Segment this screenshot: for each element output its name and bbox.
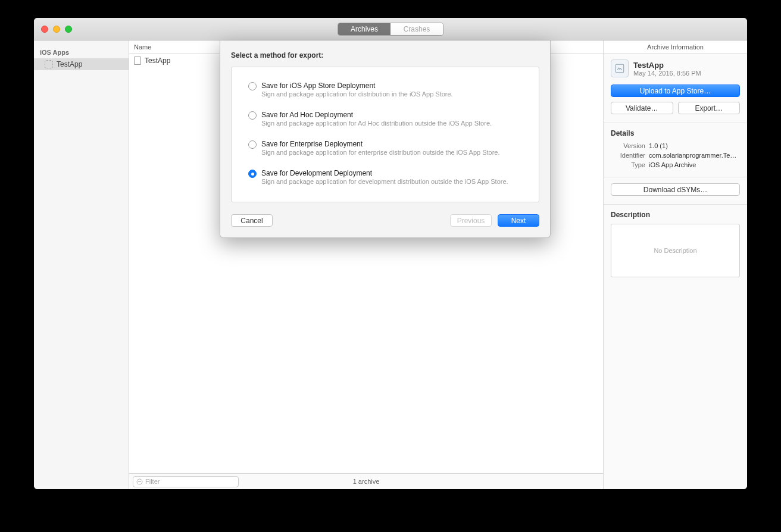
export-options: Save for iOS App Store Deployment Sign a… [231, 67, 539, 202]
description-box[interactable]: No Description [611, 224, 740, 277]
filter-placeholder: Filter [145, 478, 160, 485]
sidebar-item-label: TestApp [57, 60, 82, 68]
minimize-window-button[interactable] [53, 26, 60, 33]
window-controls [41, 26, 72, 33]
radio-icon [248, 170, 257, 178]
details-title: Details [611, 129, 740, 137]
details-version-value: 1.0 (1) [649, 142, 740, 149]
option-label: Save for iOS App Store Deployment [261, 82, 453, 90]
svg-rect-1 [616, 64, 624, 73]
next-button[interactable]: Next [498, 214, 539, 227]
option-desc: Sign and package application for enterpr… [261, 149, 500, 156]
download-dsyms-button[interactable]: Download dSYMs… [611, 183, 740, 196]
radio-icon [248, 82, 257, 90]
details-identifier-value: com.solarianprogrammer.Te… [649, 152, 740, 159]
previous-button: Previous [450, 214, 492, 227]
close-window-button[interactable] [41, 26, 48, 33]
details-type-value: iOS App Archive [649, 161, 740, 168]
details-version-key: Version [611, 142, 645, 149]
sheet-title: Select a method for export: [231, 51, 539, 60]
bottom-bar: Filter 1 archive [129, 473, 603, 489]
sidebar-item-testapp[interactable]: TestApp [34, 58, 129, 70]
option-label: Save for Ad Hoc Deployment [261, 111, 492, 119]
sheet-footer: Cancel Previous Next [231, 214, 539, 227]
cancel-button[interactable]: Cancel [231, 214, 273, 227]
details-type-key: Type [611, 161, 645, 168]
app-placeholder-icon [45, 60, 53, 68]
export-method-sheet: Select a method for export: Save for iOS… [220, 40, 551, 238]
option-ad-hoc[interactable]: Save for Ad Hoc Deployment Sign and pack… [248, 111, 522, 127]
archive-count-label: 1 archive [353, 478, 380, 485]
inspector-content: TestApp May 14, 2016, 8:56 PM Upload to … [604, 54, 747, 283]
export-button[interactable]: Export… [678, 102, 741, 114]
mode-segmented-control: Archives Crashes [338, 23, 443, 36]
option-label: Save for Development Deployment [261, 169, 508, 177]
description-title: Description [611, 211, 740, 219]
option-desc: Sign and package application for distrib… [261, 90, 453, 98]
inspector-title: Archive Information [604, 40, 747, 54]
option-development[interactable]: Save for Development Deployment Sign and… [248, 169, 522, 185]
archive-row-label: TestApp [145, 57, 170, 65]
radio-icon [248, 111, 257, 120]
tab-crashes[interactable]: Crashes [390, 23, 443, 35]
upload-to-app-store-button[interactable]: Upload to App Store… [611, 85, 740, 97]
archive-date: May 14, 2016, 8:56 PM [633, 70, 701, 77]
option-enterprise[interactable]: Save for Enterprise Deployment Sign and … [248, 140, 522, 156]
zoom-window-button[interactable] [65, 26, 72, 33]
option-label: Save for Enterprise Deployment [261, 140, 500, 148]
archive-name: TestApp [633, 61, 701, 70]
validate-button[interactable]: Validate… [611, 102, 673, 114]
radio-icon [248, 140, 257, 149]
tab-archives[interactable]: Archives [338, 23, 390, 35]
filter-icon [136, 478, 143, 485]
description-empty-label: No Description [654, 247, 696, 254]
details-identifier-key: Identifier [611, 152, 645, 159]
option-app-store[interactable]: Save for iOS App Store Deployment Sign a… [248, 82, 522, 98]
titlebar: Archives Crashes [34, 18, 747, 40]
archive-icon [611, 60, 629, 77]
sidebar-section-ios-apps: iOS Apps [34, 45, 129, 58]
filter-input[interactable]: Filter [133, 476, 239, 487]
archive-doc-icon [134, 57, 141, 65]
option-desc: Sign and package application for develop… [261, 178, 508, 185]
inspector-panel: Archive Information TestApp May 14, 2016… [603, 40, 747, 489]
option-desc: Sign and package application for Ad Hoc … [261, 120, 492, 127]
archive-header: TestApp May 14, 2016, 8:56 PM [611, 60, 740, 77]
sidebar: iOS Apps TestApp [34, 40, 129, 489]
